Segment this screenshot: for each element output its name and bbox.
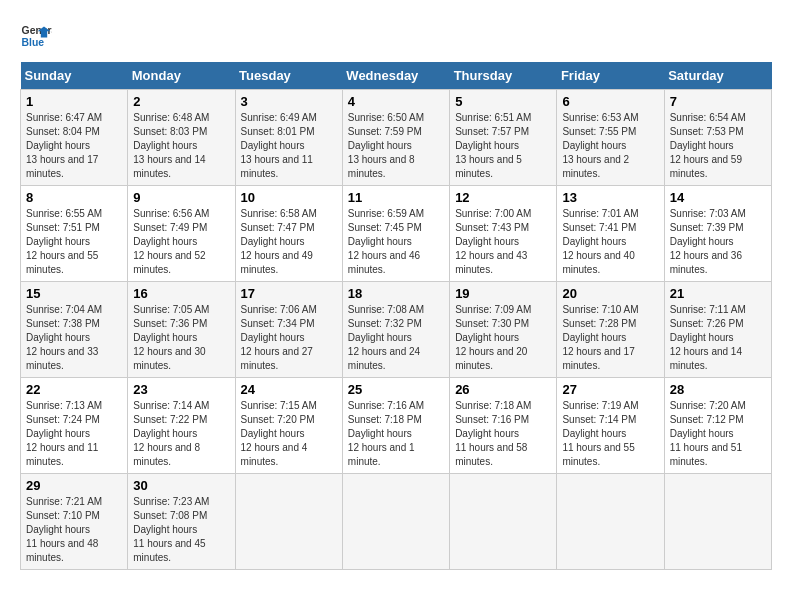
- day-number: 17: [241, 286, 337, 301]
- day-number: 18: [348, 286, 444, 301]
- column-header-saturday: Saturday: [664, 62, 771, 90]
- day-cell-5: 5 Sunrise: 6:51 AM Sunset: 7:57 PM Dayli…: [450, 90, 557, 186]
- day-info: Sunrise: 7:05 AM Sunset: 7:36 PM Dayligh…: [133, 303, 229, 373]
- day-number: 22: [26, 382, 122, 397]
- empty-cell: [450, 474, 557, 570]
- day-cell-12: 12 Sunrise: 7:00 AM Sunset: 7:43 PM Dayl…: [450, 186, 557, 282]
- svg-text:Blue: Blue: [22, 37, 45, 48]
- day-cell-10: 10 Sunrise: 6:58 AM Sunset: 7:47 PM Dayl…: [235, 186, 342, 282]
- day-cell-14: 14 Sunrise: 7:03 AM Sunset: 7:39 PM Dayl…: [664, 186, 771, 282]
- day-info: Sunrise: 6:56 AM Sunset: 7:49 PM Dayligh…: [133, 207, 229, 277]
- day-number: 11: [348, 190, 444, 205]
- day-cell-16: 16 Sunrise: 7:05 AM Sunset: 7:36 PM Dayl…: [128, 282, 235, 378]
- day-info: Sunrise: 7:10 AM Sunset: 7:28 PM Dayligh…: [562, 303, 658, 373]
- day-info: Sunrise: 7:19 AM Sunset: 7:14 PM Dayligh…: [562, 399, 658, 469]
- day-cell-19: 19 Sunrise: 7:09 AM Sunset: 7:30 PM Dayl…: [450, 282, 557, 378]
- day-cell-1: 1 Sunrise: 6:47 AM Sunset: 8:04 PM Dayli…: [21, 90, 128, 186]
- column-header-thursday: Thursday: [450, 62, 557, 90]
- day-number: 6: [562, 94, 658, 109]
- day-cell-24: 24 Sunrise: 7:15 AM Sunset: 7:20 PM Dayl…: [235, 378, 342, 474]
- day-cell-18: 18 Sunrise: 7:08 AM Sunset: 7:32 PM Dayl…: [342, 282, 449, 378]
- day-number: 24: [241, 382, 337, 397]
- day-cell-7: 7 Sunrise: 6:54 AM Sunset: 7:53 PM Dayli…: [664, 90, 771, 186]
- day-number: 14: [670, 190, 766, 205]
- day-info: Sunrise: 7:04 AM Sunset: 7:38 PM Dayligh…: [26, 303, 122, 373]
- calendar-table: SundayMondayTuesdayWednesdayThursdayFrid…: [20, 62, 772, 570]
- day-number: 12: [455, 190, 551, 205]
- day-number: 15: [26, 286, 122, 301]
- column-header-tuesday: Tuesday: [235, 62, 342, 90]
- day-number: 7: [670, 94, 766, 109]
- day-info: Sunrise: 7:08 AM Sunset: 7:32 PM Dayligh…: [348, 303, 444, 373]
- day-number: 26: [455, 382, 551, 397]
- day-info: Sunrise: 7:00 AM Sunset: 7:43 PM Dayligh…: [455, 207, 551, 277]
- day-info: Sunrise: 6:50 AM Sunset: 7:59 PM Dayligh…: [348, 111, 444, 181]
- page-header: General Blue: [20, 20, 772, 52]
- day-info: Sunrise: 6:59 AM Sunset: 7:45 PM Dayligh…: [348, 207, 444, 277]
- day-info: Sunrise: 6:53 AM Sunset: 7:55 PM Dayligh…: [562, 111, 658, 181]
- day-number: 21: [670, 286, 766, 301]
- day-cell-21: 21 Sunrise: 7:11 AM Sunset: 7:26 PM Dayl…: [664, 282, 771, 378]
- calendar-week-1: 1 Sunrise: 6:47 AM Sunset: 8:04 PM Dayli…: [21, 90, 772, 186]
- day-info: Sunrise: 7:15 AM Sunset: 7:20 PM Dayligh…: [241, 399, 337, 469]
- day-number: 29: [26, 478, 122, 493]
- day-info: Sunrise: 7:20 AM Sunset: 7:12 PM Dayligh…: [670, 399, 766, 469]
- day-info: Sunrise: 7:03 AM Sunset: 7:39 PM Dayligh…: [670, 207, 766, 277]
- day-info: Sunrise: 6:47 AM Sunset: 8:04 PM Dayligh…: [26, 111, 122, 181]
- calendar-week-5: 29 Sunrise: 7:21 AM Sunset: 7:10 PM Dayl…: [21, 474, 772, 570]
- day-info: Sunrise: 6:48 AM Sunset: 8:03 PM Dayligh…: [133, 111, 229, 181]
- column-header-monday: Monday: [128, 62, 235, 90]
- day-number: 3: [241, 94, 337, 109]
- logo-icon: General Blue: [20, 20, 52, 52]
- empty-cell: [235, 474, 342, 570]
- day-info: Sunrise: 7:11 AM Sunset: 7:26 PM Dayligh…: [670, 303, 766, 373]
- day-info: Sunrise: 7:01 AM Sunset: 7:41 PM Dayligh…: [562, 207, 658, 277]
- day-info: Sunrise: 7:21 AM Sunset: 7:10 PM Dayligh…: [26, 495, 122, 565]
- empty-cell: [342, 474, 449, 570]
- day-number: 5: [455, 94, 551, 109]
- day-info: Sunrise: 6:49 AM Sunset: 8:01 PM Dayligh…: [241, 111, 337, 181]
- day-info: Sunrise: 7:18 AM Sunset: 7:16 PM Dayligh…: [455, 399, 551, 469]
- day-cell-17: 17 Sunrise: 7:06 AM Sunset: 7:34 PM Dayl…: [235, 282, 342, 378]
- day-number: 28: [670, 382, 766, 397]
- day-cell-23: 23 Sunrise: 7:14 AM Sunset: 7:22 PM Dayl…: [128, 378, 235, 474]
- day-number: 20: [562, 286, 658, 301]
- day-number: 1: [26, 94, 122, 109]
- day-info: Sunrise: 6:55 AM Sunset: 7:51 PM Dayligh…: [26, 207, 122, 277]
- day-cell-28: 28 Sunrise: 7:20 AM Sunset: 7:12 PM Dayl…: [664, 378, 771, 474]
- day-cell-8: 8 Sunrise: 6:55 AM Sunset: 7:51 PM Dayli…: [21, 186, 128, 282]
- day-cell-11: 11 Sunrise: 6:59 AM Sunset: 7:45 PM Dayl…: [342, 186, 449, 282]
- day-number: 30: [133, 478, 229, 493]
- day-cell-9: 9 Sunrise: 6:56 AM Sunset: 7:49 PM Dayli…: [128, 186, 235, 282]
- day-cell-29: 29 Sunrise: 7:21 AM Sunset: 7:10 PM Dayl…: [21, 474, 128, 570]
- day-number: 4: [348, 94, 444, 109]
- day-number: 13: [562, 190, 658, 205]
- day-cell-25: 25 Sunrise: 7:16 AM Sunset: 7:18 PM Dayl…: [342, 378, 449, 474]
- day-cell-22: 22 Sunrise: 7:13 AM Sunset: 7:24 PM Dayl…: [21, 378, 128, 474]
- day-info: Sunrise: 7:16 AM Sunset: 7:18 PM Dayligh…: [348, 399, 444, 469]
- day-cell-13: 13 Sunrise: 7:01 AM Sunset: 7:41 PM Dayl…: [557, 186, 664, 282]
- day-cell-30: 30 Sunrise: 7:23 AM Sunset: 7:08 PM Dayl…: [128, 474, 235, 570]
- day-cell-20: 20 Sunrise: 7:10 AM Sunset: 7:28 PM Dayl…: [557, 282, 664, 378]
- day-info: Sunrise: 6:51 AM Sunset: 7:57 PM Dayligh…: [455, 111, 551, 181]
- day-cell-6: 6 Sunrise: 6:53 AM Sunset: 7:55 PM Dayli…: [557, 90, 664, 186]
- column-header-sunday: Sunday: [21, 62, 128, 90]
- day-number: 23: [133, 382, 229, 397]
- day-info: Sunrise: 6:54 AM Sunset: 7:53 PM Dayligh…: [670, 111, 766, 181]
- empty-cell: [664, 474, 771, 570]
- day-info: Sunrise: 7:13 AM Sunset: 7:24 PM Dayligh…: [26, 399, 122, 469]
- day-cell-15: 15 Sunrise: 7:04 AM Sunset: 7:38 PM Dayl…: [21, 282, 128, 378]
- day-number: 2: [133, 94, 229, 109]
- empty-cell: [557, 474, 664, 570]
- calendar-week-2: 8 Sunrise: 6:55 AM Sunset: 7:51 PM Dayli…: [21, 186, 772, 282]
- calendar-week-4: 22 Sunrise: 7:13 AM Sunset: 7:24 PM Dayl…: [21, 378, 772, 474]
- day-cell-26: 26 Sunrise: 7:18 AM Sunset: 7:16 PM Dayl…: [450, 378, 557, 474]
- day-number: 9: [133, 190, 229, 205]
- calendar-week-3: 15 Sunrise: 7:04 AM Sunset: 7:38 PM Dayl…: [21, 282, 772, 378]
- day-info: Sunrise: 6:58 AM Sunset: 7:47 PM Dayligh…: [241, 207, 337, 277]
- day-number: 10: [241, 190, 337, 205]
- column-header-friday: Friday: [557, 62, 664, 90]
- day-number: 8: [26, 190, 122, 205]
- logo: General Blue: [20, 20, 52, 52]
- column-header-wednesday: Wednesday: [342, 62, 449, 90]
